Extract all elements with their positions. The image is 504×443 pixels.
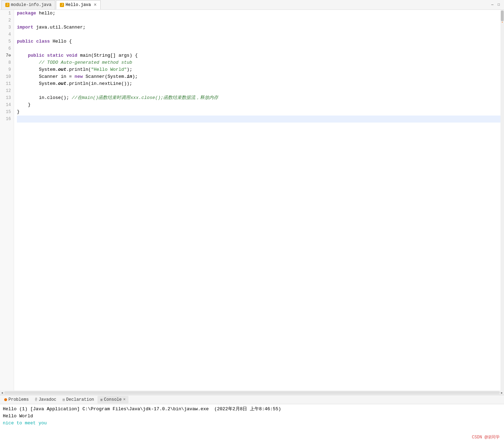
code-line-9: System.out.println("Hello World");: [17, 66, 500, 73]
console-line-1: Hello World: [3, 413, 501, 420]
code-line-15: }: [17, 108, 500, 116]
hello-java-icon: J: [60, 3, 64, 7]
code-area[interactable]: package hello; import java.util.Scanner;…: [14, 10, 500, 391]
declaration-icon: ▤: [63, 398, 65, 402]
line-num-8: 8: [0, 59, 14, 66]
line-num-14: 14: [0, 101, 14, 108]
editor-main: 1 2 3 4 5 6 7⊖ 8 9 10 11 12 13 14 15 16 …: [0, 10, 500, 391]
tab-module-info-label: module-info.java: [11, 2, 51, 7]
tab-problems[interactable]: Problems: [1, 396, 32, 404]
line-num-4: 4: [0, 31, 14, 38]
tab-javadoc[interactable]: @ Javadoc: [32, 396, 59, 404]
code-line-6: [17, 45, 500, 52]
tab-bar: J module-info.java J Hello.java × — □: [0, 0, 504, 10]
code-line-1: package hello;: [17, 10, 500, 17]
console-header-line: Hello (1) [Java Application] C:\Program …: [3, 406, 501, 413]
line-num-6: 6: [0, 45, 14, 52]
line-num-12: 12: [0, 87, 14, 94]
scrollbar-v-line: [502, 22, 503, 23]
console-line-2: nice to meet you: [3, 420, 501, 427]
tab-declaration-label: Declaration: [66, 397, 94, 402]
code-line-10: Scanner in = new Scanner(System.in);: [17, 73, 500, 80]
tab-console-label: Console: [104, 397, 121, 402]
line-num-7: 7⊖: [0, 52, 14, 59]
scrollbar-v-thumb[interactable]: [501, 11, 504, 21]
code-line-13: in.close(); //在main()函数结束时调用xxx.close();…: [17, 94, 500, 101]
bottom-panel: Problems @ Javadoc ▤ Declaration ▣ Conso…: [0, 395, 504, 443]
problems-dot: [4, 398, 7, 401]
line-num-11: 11: [0, 80, 14, 87]
editor-container: 1 2 3 4 5 6 7⊖ 8 9 10 11 12 13 14 15 16 …: [0, 10, 504, 391]
line-num-15: 15: [0, 108, 14, 116]
line-num-2: 2: [0, 17, 14, 24]
maximize-button[interactable]: □: [496, 2, 501, 7]
window-controls: — □: [490, 2, 503, 7]
scroll-left-arrow[interactable]: ◀: [0, 391, 4, 395]
horizontal-scrollbar[interactable]: ◀ ▶: [0, 391, 504, 395]
line-num-13: 13: [0, 94, 14, 101]
code-line-12: [17, 87, 500, 94]
code-line-7: public static void main(String[] args) {: [17, 52, 500, 59]
tab-hello-java-label: Hello.java: [65, 2, 91, 7]
watermark-text: CSDN @绿同学: [472, 434, 500, 440]
code-line-4: [17, 31, 500, 38]
line-num-5: 5: [0, 38, 14, 45]
scroll-h-track[interactable]: [4, 391, 500, 394]
javadoc-icon: @: [35, 398, 37, 401]
vertical-scrollbar[interactable]: [500, 10, 504, 391]
code-line-14: }: [17, 101, 500, 108]
code-line-16: [17, 116, 500, 123]
watermark-container: CSDN @绿同学: [0, 436, 504, 443]
tab-declaration[interactable]: ▤ Declaration: [60, 396, 97, 404]
tab-hello-java[interactable]: J Hello.java ×: [56, 0, 100, 10]
tab-problems-label: Problems: [8, 397, 29, 402]
tab-hello-java-close[interactable]: ×: [94, 2, 96, 8]
line-num-3: 3: [0, 24, 14, 31]
code-line-2: [17, 17, 500, 24]
console-icon: ▣: [100, 398, 102, 402]
console-content: Hello (1) [Java Application] C:\Program …: [0, 404, 504, 436]
tab-module-info[interactable]: J module-info.java: [1, 0, 55, 10]
code-line-3: import java.util.Scanner;: [17, 24, 500, 31]
console-close-button[interactable]: ×: [123, 397, 126, 402]
module-info-icon: J: [5, 3, 10, 7]
minimize-button[interactable]: —: [490, 2, 495, 7]
code-line-5: public class Hello {: [17, 38, 500, 45]
line-num-9: 9: [0, 66, 14, 73]
tab-console[interactable]: ▣ Console ×: [97, 396, 128, 404]
line-num-16: 16: [0, 116, 14, 123]
line-num-10: 10: [0, 73, 14, 80]
line-numbers: 1 2 3 4 5 6 7⊖ 8 9 10 11 12 13 14 15 16: [0, 10, 14, 391]
bottom-tab-bar: Problems @ Javadoc ▤ Declaration ▣ Conso…: [0, 395, 504, 404]
code-line-11: System.out.println(in.nextLine());: [17, 80, 500, 87]
code-line-8: // TODO Auto-generated method stub: [17, 59, 500, 66]
scroll-right-arrow[interactable]: ▶: [500, 391, 504, 395]
tab-javadoc-label: Javadoc: [39, 397, 56, 402]
line-num-1: 1: [0, 10, 14, 17]
